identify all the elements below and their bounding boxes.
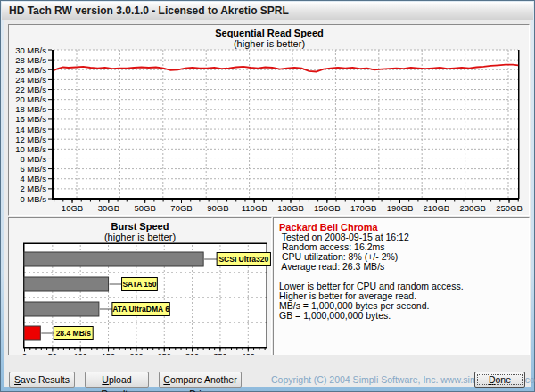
svg-text:170GB: 170GB: [350, 203, 377, 213]
svg-text:2 MB/s: 2 MB/s: [20, 184, 46, 193]
svg-text:250: 250: [158, 352, 171, 355]
svg-text:250GB: 250GB: [496, 203, 523, 213]
svg-text:350: 350: [213, 352, 226, 355]
svg-text:12 MB/s: 12 MB/s: [15, 135, 46, 144]
svg-text:SCSI Ultra320: SCSI Ultra320: [218, 255, 268, 264]
svg-text:50: 50: [48, 352, 57, 355]
svg-text:(higher is better): (higher is better): [234, 38, 305, 49]
results-info-panel: Packard Bell Chroma Tested on 2008-09-15…: [273, 217, 530, 355]
svg-text:400: 400: [242, 352, 255, 355]
sequential-read-chart: 0 MB/s2 MB/s4 MB/s6 MB/s8 MB/s10 MB/s12 …: [9, 25, 529, 215]
svg-text:30GB: 30GB: [98, 203, 119, 213]
save-results-button[interactable]: Save Results: [9, 372, 75, 388]
svg-text:Sequential Read Speed: Sequential Read Speed: [215, 28, 324, 38]
info-line: Average read: 26.3 MB/s: [279, 262, 523, 272]
compare-another-drive-button[interactable]: Compare Another Drive: [159, 372, 242, 388]
svg-text:0: 0: [22, 352, 27, 355]
svg-text:14 MB/s: 14 MB/s: [15, 125, 46, 135]
svg-text:70GB: 70GB: [170, 203, 192, 213]
title-bar[interactable]: HD Tach RW version 3.0.1.0 - Licensed to…: [2, 2, 533, 20]
info-line: GB = 1,000,000,000 bytes.: [279, 311, 523, 321]
svg-text:28.4 MB/s: 28.4 MB/s: [56, 329, 91, 338]
svg-text:4 MB/s: 4 MB/s: [20, 174, 46, 184]
svg-text:90GB: 90GB: [207, 203, 228, 213]
svg-text:24 MB/s: 24 MB/s: [15, 75, 46, 85]
window-title: HD Tach RW version 3.0.1.0 - Licensed to…: [9, 4, 289, 17]
upload-results-button[interactable]: Upload Results: [85, 372, 149, 388]
svg-text:18 MB/s: 18 MB/s: [15, 104, 46, 114]
burst-speed-panel: SCSI Ultra320SATA 150ATA UltraDMA 628.4 …: [8, 217, 272, 355]
svg-text:6 MB/s: 6 MB/s: [20, 164, 46, 174]
svg-text:Burst Speed: Burst Speed: [111, 221, 169, 232]
done-button[interactable]: Done: [474, 372, 525, 388]
svg-text:(higher is better): (higher is better): [104, 232, 176, 242]
svg-text:50GB: 50GB: [135, 203, 156, 213]
svg-text:200: 200: [129, 352, 143, 355]
svg-text:16 MB/s: 16 MB/s: [15, 114, 46, 124]
svg-text:10 MB/s: 10 MB/s: [15, 144, 46, 154]
svg-text:110GB: 110GB: [242, 203, 268, 213]
svg-text:0 MB/s: 0 MB/s: [20, 194, 46, 204]
svg-text:210GB: 210GB: [424, 203, 450, 213]
svg-text:100: 100: [74, 352, 87, 355]
sequential-read-panel: 0 MB/s2 MB/s4 MB/s6 MB/s8 MB/s10 MB/s12 …: [8, 24, 530, 216]
svg-text:26 MB/s: 26 MB/s: [15, 65, 46, 75]
svg-text:SATA 150: SATA 150: [122, 280, 156, 289]
svg-text:190GB: 190GB: [387, 203, 414, 213]
hdtach-window: HD Tach RW version 3.0.1.0 - Licensed to…: [0, 0, 535, 392]
svg-text:30 MB/s: 30 MB/s: [15, 45, 46, 55]
svg-text:150: 150: [102, 352, 115, 355]
svg-text:28 MB/s: 28 MB/s: [15, 55, 46, 65]
results-info-lines: Tested on 2008-09-15 at 16:12 Random acc…: [279, 233, 523, 321]
client-area: 0 MB/s2 MB/s4 MB/s6 MB/s8 MB/s10 MB/s12 …: [4, 20, 531, 387]
copyright-text: Copyright (C) 2004 Simpli Software, Inc.…: [271, 374, 474, 385]
svg-text:230GB: 230GB: [459, 203, 486, 213]
svg-text:ATA UltraDMA 6: ATA UltraDMA 6: [112, 305, 169, 314]
svg-text:150GB: 150GB: [314, 203, 341, 213]
svg-text:130GB: 130GB: [277, 203, 304, 213]
svg-text:20 MB/s: 20 MB/s: [15, 94, 46, 104]
svg-text:300: 300: [185, 352, 199, 355]
svg-text:10GB: 10GB: [62, 203, 83, 213]
burst-speed-chart: SCSI Ultra320SATA 150ATA UltraDMA 628.4 …: [9, 218, 271, 355]
svg-text:22 MB/s: 22 MB/s: [15, 85, 46, 94]
svg-text:8 MB/s: 8 MB/s: [20, 154, 46, 164]
